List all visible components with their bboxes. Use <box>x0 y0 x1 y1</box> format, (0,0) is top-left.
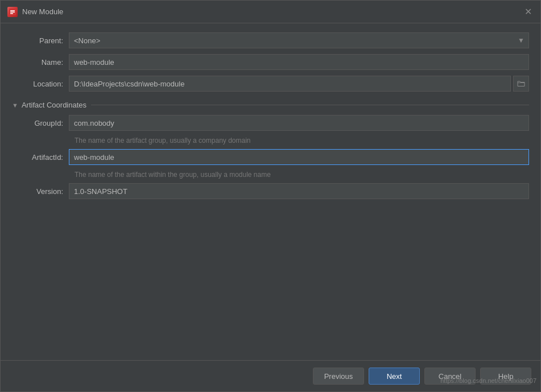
new-module-dialog: New Module ✕ Parent: <None> ▼ Name: Loca… <box>0 0 541 392</box>
groupid-label: GroupId: <box>12 119 69 127</box>
previous-button[interactable]: Previous <box>313 368 364 385</box>
version-input[interactable] <box>69 183 529 199</box>
version-label: Version: <box>12 187 69 196</box>
name-input[interactable] <box>69 54 529 70</box>
section-toggle-icon[interactable]: ▼ <box>12 102 18 109</box>
artifact-section-header: ▼ Artifact Coordinates <box>12 101 529 109</box>
name-label: Name: <box>12 58 69 67</box>
artifactid-row: ArtifactId: <box>12 149 529 165</box>
groupid-input[interactable] <box>69 115 529 131</box>
browse-folder-button[interactable] <box>513 76 529 92</box>
dialog-icon <box>7 7 18 17</box>
groupid-hint: The name of the artifact group, usually … <box>75 137 529 145</box>
section-divider <box>91 105 529 105</box>
help-button[interactable]: Help <box>480 368 531 385</box>
svg-rect-3 <box>10 13 13 14</box>
parent-select-wrapper: <None> ▼ <box>69 32 529 48</box>
version-row: Version: <box>12 183 529 199</box>
dialog-title: New Module <box>22 7 522 16</box>
name-row: Name: <box>12 54 529 70</box>
location-input[interactable] <box>69 76 511 92</box>
location-wrapper <box>69 76 529 92</box>
parent-select[interactable]: <None> <box>69 32 529 48</box>
parent-row: Parent: <None> ▼ <box>12 32 529 48</box>
svg-rect-2 <box>10 11 15 13</box>
location-label: Location: <box>12 80 69 88</box>
section-title: Artifact Coordinates <box>22 101 86 109</box>
next-button[interactable]: Next <box>369 368 420 385</box>
artifactid-label: ArtifactId: <box>12 153 69 162</box>
dialog-content: Parent: <None> ▼ Name: Location: <box>1 23 540 360</box>
artifactid-hint: The name of the artifact within the grou… <box>75 171 529 179</box>
svg-rect-1 <box>10 10 15 11</box>
close-button[interactable]: ✕ <box>522 6 534 18</box>
location-row: Location: <box>12 76 529 92</box>
cancel-button[interactable]: Cancel <box>424 368 476 385</box>
artifactid-input[interactable] <box>69 149 529 165</box>
parent-label: Parent: <box>12 36 69 45</box>
title-bar: New Module ✕ <box>1 1 540 23</box>
groupid-row: GroupId: <box>12 115 529 131</box>
dialog-footer: Previous Next Cancel Help <box>1 360 540 391</box>
